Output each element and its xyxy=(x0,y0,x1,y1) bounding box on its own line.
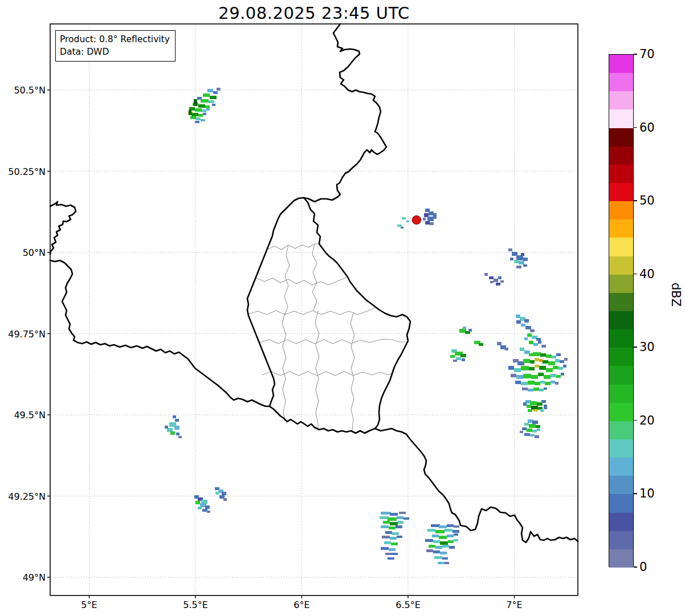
colorbar-segment xyxy=(609,549,633,568)
colorbar-tick-mark xyxy=(634,127,637,128)
echo-pixel xyxy=(447,535,454,537)
echo-pixel xyxy=(189,110,191,115)
echo-pixel xyxy=(429,545,435,548)
colorbar-segment xyxy=(609,385,633,403)
echo-pixel xyxy=(524,319,529,323)
echo-pixel xyxy=(521,366,529,370)
echo-pixel xyxy=(435,546,442,549)
echo-pixel xyxy=(447,524,454,527)
echo-pixel xyxy=(202,509,207,512)
echo-pixel xyxy=(531,406,538,410)
echo-pixel xyxy=(521,253,524,256)
echo-pixel xyxy=(425,539,433,542)
echo-pixel xyxy=(522,387,528,390)
echo-pixel xyxy=(389,548,395,551)
colorbar-segment xyxy=(609,275,633,293)
y-tick-label: 49°N xyxy=(0,572,46,583)
echo-pixel xyxy=(452,530,459,533)
echo-pixel xyxy=(429,211,434,215)
echo-pixel xyxy=(425,221,430,225)
echo-pixel xyxy=(538,373,544,376)
colorbar-segment xyxy=(609,421,633,439)
echo-pixel xyxy=(530,360,535,364)
colorbar-tick-label: 30 xyxy=(639,340,655,354)
echo-pixel xyxy=(424,213,429,217)
y-tick-label: 49.75°N xyxy=(0,328,46,339)
echo-pixel xyxy=(548,361,555,365)
echo-pixel xyxy=(203,93,210,97)
echo-pixel xyxy=(528,409,532,412)
colorbar-segment xyxy=(609,256,633,275)
echo-pixel xyxy=(448,540,454,543)
echo-pixel xyxy=(508,248,512,251)
echo-pixel xyxy=(538,341,541,344)
echo-pixel xyxy=(529,341,533,344)
echo-pixel xyxy=(382,536,390,539)
colorbar xyxy=(609,54,634,567)
echo-pixel xyxy=(427,529,435,532)
echo-pixel xyxy=(484,273,488,276)
echo-pixel xyxy=(433,550,440,553)
echo-pixel xyxy=(496,283,500,285)
echo-pixel xyxy=(439,525,447,528)
echo-pixel xyxy=(527,429,532,432)
echo-pixel xyxy=(174,426,180,430)
echo-pixel xyxy=(511,374,516,377)
echo-pixel xyxy=(392,532,399,535)
echo-pixel xyxy=(523,264,527,267)
echo-pixel xyxy=(383,521,390,524)
x-tick-label: 7°E xyxy=(489,599,540,610)
echo-pixel xyxy=(490,281,494,283)
colorbar-tick-mark xyxy=(634,346,637,348)
colorbar-tick-label: 10 xyxy=(639,487,655,500)
colorbar-segment xyxy=(609,311,633,329)
echo-pixel xyxy=(533,352,541,356)
echo-pixel xyxy=(397,536,402,538)
echo-pixel xyxy=(521,382,528,385)
echo-pixel xyxy=(533,387,539,391)
product-line: Product: 0.8° Reflectivity xyxy=(60,33,170,46)
echo-pixel xyxy=(205,105,210,108)
echo-pixel xyxy=(395,525,402,528)
x-tick-label: 5°E xyxy=(64,599,115,610)
echo-pixel xyxy=(398,521,403,524)
colorbar-segment xyxy=(609,109,633,128)
y-tick-label: 49.25°N xyxy=(0,491,46,501)
echo-pixel xyxy=(176,433,180,435)
echo-pixel xyxy=(535,365,539,368)
echo-pixel xyxy=(520,431,523,433)
echo-pixel xyxy=(406,221,409,222)
echo-pixel xyxy=(431,524,440,527)
echo-pixel xyxy=(206,108,210,111)
echo-pixel xyxy=(195,108,202,112)
echo-pixel xyxy=(521,324,525,327)
echo-pixel xyxy=(440,541,448,545)
colorbar-segment xyxy=(609,201,633,219)
echo-pixel xyxy=(527,405,531,408)
map-canvas xyxy=(0,0,685,616)
echo-pixel xyxy=(175,419,179,422)
echo-pixel xyxy=(381,525,389,528)
echo-pixel xyxy=(397,225,402,227)
colorbar-tick-label: 20 xyxy=(639,413,655,427)
echo-pixel xyxy=(531,375,538,379)
echo-pixel xyxy=(463,327,466,329)
echo-pixel xyxy=(528,389,533,391)
product-info-box: Product: 0.8° Reflectivity Data: DWD xyxy=(55,30,176,62)
colorbar-segment xyxy=(609,403,633,421)
echo-pixel xyxy=(555,359,560,362)
echo-pixel xyxy=(512,252,517,256)
colorbar-segment xyxy=(609,91,633,109)
echo-pixel xyxy=(389,527,395,529)
echo-pixel xyxy=(523,258,528,261)
colorbar-segment xyxy=(609,183,633,201)
colorbar-segment xyxy=(609,219,633,238)
echo-pixel xyxy=(539,359,543,362)
echo-pixel xyxy=(560,360,564,363)
radar-figure: 29.08.2025 23:45 UTC xyxy=(0,0,685,616)
colorbar-segment xyxy=(609,293,633,311)
echo-pixel xyxy=(460,354,466,357)
colorbar-segment xyxy=(609,73,633,91)
echo-pixel xyxy=(468,329,472,332)
echo-pixel xyxy=(194,99,197,106)
